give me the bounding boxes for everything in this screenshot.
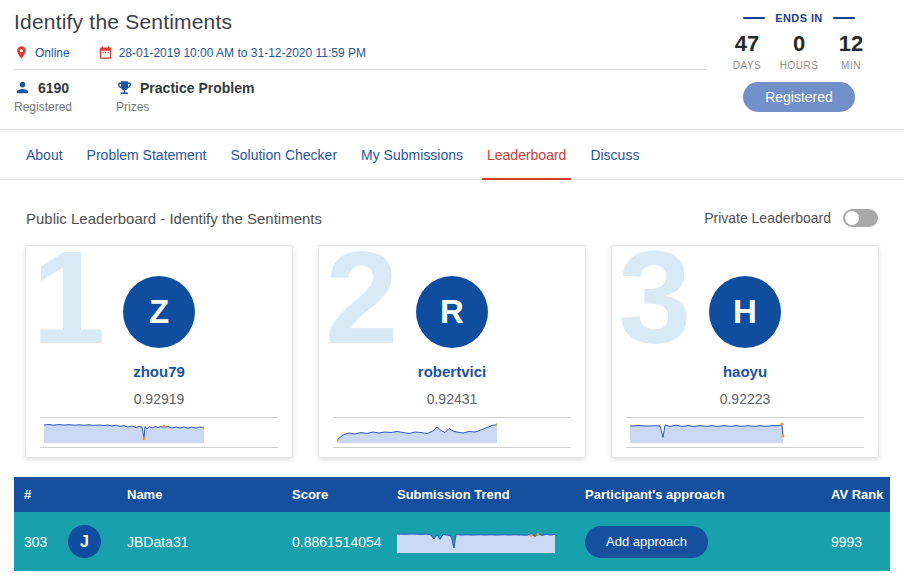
col-rank: # [14,487,117,502]
avatar-initial: Z [149,293,169,331]
col-participants-approach: Participant's approach [575,487,821,502]
private-leaderboard-label: Private Leaderboard [704,210,831,226]
submission-trend-sparkline [397,531,575,553]
countdown-panel: ENDS IN 47 DAYS 0 HOURS 12 MIN Registere… [718,12,880,112]
tab-leaderboard[interactable]: Leaderboard [482,130,571,179]
winner-name[interactable]: zhou79 [26,363,292,380]
contest-status: Online [35,46,70,60]
tab-solution-checker[interactable]: Solution Checker [225,130,342,179]
private-leaderboard-toggle[interactable] [843,209,878,227]
table-row: 303 J JBData31 0.8861514054 Add approach… [14,512,890,571]
winner-name[interactable]: haoyu [612,363,878,380]
tab-my-submissions[interactable]: My Submissions [356,130,468,179]
winner-score: 0.92919 [26,391,292,407]
leaderboard-heading: Public Leaderboard - Identify the Sentim… [26,210,322,227]
tab-about[interactable]: About [21,130,68,179]
winner-card-3: 3 H haoyu 0.92223 [611,245,879,458]
tab-discuss[interactable]: Discuss [585,130,644,179]
rank-watermark: 1 [32,245,105,364]
winner-card-1: 1 Z zhou79 0.92919 [25,245,293,458]
col-submission-trend: Submission Trend [387,487,575,502]
leaderboard-heading-row: Public Leaderboard - Identify the Sentim… [0,209,904,227]
contest-dates: 28-01-2019 10:00 AM to 31-12-2020 11:59 … [119,46,366,60]
registered-count: 6190 [38,80,69,96]
registered-button[interactable]: Registered [743,82,855,112]
avatar-initial: J [80,533,89,551]
prizes-label: Prizes [116,100,254,114]
avatar-initial: R [440,293,464,331]
submission-trend-sparkline [630,421,864,443]
table-header: # Name Score Submission Trend Participan… [14,477,890,512]
ends-in-label: ENDS IN [775,12,822,24]
top-winners: 1 Z zhou79 0.92919 2 R robertvici 0.9243… [0,245,904,458]
avatar[interactable]: J [68,525,101,558]
calendar-icon [98,45,113,60]
dash-left [743,17,765,19]
header-divider [14,69,707,70]
avatar[interactable]: R [416,276,488,348]
submission-trend-sparkline [337,421,571,443]
person-icon [14,79,31,96]
col-score: Score [282,487,387,502]
submission-trend-sparkline [44,421,278,443]
tab-bar: About Problem Statement Solution Checker… [0,130,904,180]
row-av-rank: 9993 [821,534,890,550]
toggle-knob [845,211,859,225]
col-name: Name [117,487,282,502]
rank-watermark: 2 [325,245,398,364]
winner-score: 0.92431 [319,391,585,407]
countdown-min: 12 MIN [828,31,874,71]
dash-right [833,17,855,19]
trophy-icon [116,79,133,96]
avatar[interactable]: H [709,276,781,348]
col-av-rank: AV Rank [821,487,890,502]
registered-stat: 6190 Registered [14,79,72,114]
leaderboard-table: # Name Score Submission Trend Participan… [14,477,890,571]
problem-type: Practice Problem [140,80,254,96]
countdown-days: 47 DAYS [724,31,770,71]
winner-name[interactable]: robertvici [319,363,585,380]
contest-header: Identify the Sentiments Online 28-01-201… [0,0,904,130]
row-score: 0.8861514054 [282,534,387,550]
row-rank: 303 [24,534,68,550]
winner-card-2: 2 R robertvici 0.92431 [318,245,586,458]
avatar[interactable]: Z [123,276,195,348]
avatar-initial: H [733,293,757,331]
registered-count-label: Registered [14,100,72,114]
rank-watermark: 3 [618,245,691,364]
countdown-hours: 0 HOURS [776,31,822,71]
row-name[interactable]: JBData31 [117,534,282,550]
prizes-stat: Practice Problem Prizes [116,79,254,114]
tab-problem-statement[interactable]: Problem Statement [82,130,212,179]
winner-score: 0.92223 [612,391,878,407]
add-approach-button[interactable]: Add approach [585,526,708,558]
location-pin-icon [14,45,29,60]
